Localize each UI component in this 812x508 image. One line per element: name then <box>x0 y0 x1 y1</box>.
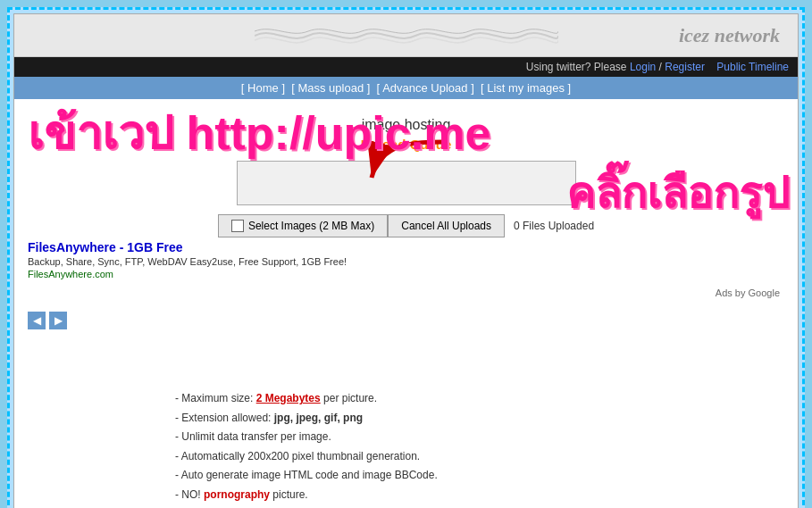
nav-mass-upload[interactable]: Mass upload <box>297 81 364 95</box>
info-line-6: - NO! pornography picture. <box>175 486 771 505</box>
register-link[interactable]: Register <box>665 61 705 73</box>
info-line-5: - Auto generate image HTML code and imag… <box>175 466 771 486</box>
nav-bar: [ Home ] [ Mass upload ] [ Advance Uploa… <box>14 77 798 99</box>
inner-content: icez network Using twitter? Please Login… <box>13 13 799 508</box>
info-section: - Maximum size: 2 Megabytes per picture.… <box>14 385 798 508</box>
outer-frame: icez network Using twitter? Please Login… <box>7 7 805 508</box>
logo-text: icez network <box>679 24 780 47</box>
site-name: image hosting <box>14 117 798 133</box>
next-arrow-button[interactable]: ▶ <box>49 312 67 329</box>
ad-url: FilesAnywhere.com <box>28 269 784 279</box>
twitter-prompt: Using twitter? Please <box>526 61 627 73</box>
prev-arrow-button[interactable]: ◀ <box>28 312 46 329</box>
nav-home[interactable]: Home <box>247 81 279 95</box>
ads-by-google: Ads by Google <box>716 287 780 298</box>
info-line-2: - Extension allowed: jpg, jpeg, gif, png <box>175 409 771 429</box>
extensions-text: jpg, jpeg, gif, png <box>274 412 363 424</box>
logo-bar: icez network <box>14 14 798 57</box>
file-icon <box>231 220 244 232</box>
porn-word: pornography <box>204 488 270 501</box>
nav-list-images[interactable]: List my images <box>487 81 565 95</box>
info-line-1: - Maximum size: 2 Megabytes per picture. <box>175 389 771 409</box>
select-images-button[interactable]: Select Images (2 MB Max) <box>218 214 388 237</box>
ad-description: Backup, Share, Sync, FTP, WebDAV Easy2us… <box>28 256 784 267</box>
timeline-link[interactable]: Public Timeline <box>716 61 789 73</box>
ad-section: FilesAnywhere - 1GB Free Backup, Share, … <box>14 236 798 307</box>
cancel-uploads-button[interactable]: Cancel All Uploads <box>388 214 505 237</box>
upload-file-area <box>237 161 576 205</box>
thai-text-bottom: คลิ๊กเลือกรูป <box>566 159 789 227</box>
ad-link[interactable]: FilesAnywhere - 1GB Free <box>28 240 183 254</box>
info-line-4: - Automatically 200x200 pixel thumbnail … <box>175 447 771 467</box>
login-link[interactable]: Login <box>630 61 656 73</box>
size-link[interactable]: 2 Megabytes <box>256 392 321 404</box>
nav-arrows: ◀ ▶ <box>14 307 798 334</box>
upload-queue-label: Upload Queue <box>14 137 798 152</box>
twitter-bar: Using twitter? Please Login / Register P… <box>14 57 798 77</box>
nav-advance-upload[interactable]: Advance Upload <box>382 81 467 95</box>
overlay-section: เข้าเวป http://upic.me image hosting Upl… <box>14 99 798 385</box>
info-line-3: - Unlimit data transfer per image. <box>175 428 771 447</box>
